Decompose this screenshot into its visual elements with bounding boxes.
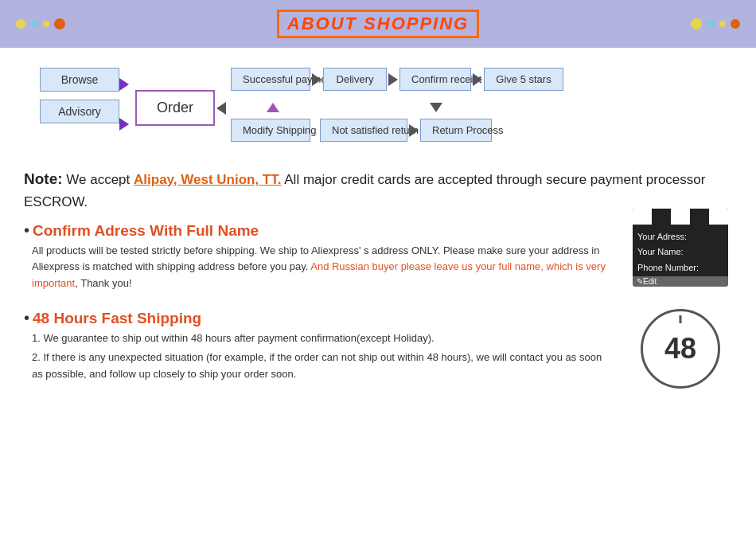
dot-yellow-1 <box>16 19 25 29</box>
content-section: • Confirm Adress With Full Name All prod… <box>0 217 756 389</box>
flow-modify-shipping-box: Modify Shipping <box>231 119 310 142</box>
clapperboard-image: Your Adress: Your Name: Phone Number: ✎E… <box>629 221 732 301</box>
section-confirm-address: • Confirm Adress With Full Name All prod… <box>24 221 732 301</box>
arrow-advisory-to-order <box>119 118 129 131</box>
clap-line-3: Phone Number: <box>637 260 723 276</box>
arrow-delivery-confirm <box>388 73 398 86</box>
clock-48-image: 48 <box>629 309 732 389</box>
header-dots-right <box>691 18 740 29</box>
dot-orange-1 <box>54 18 65 29</box>
page-header: ABOUT SHOPPING <box>0 0 756 48</box>
flow-delivery-box: Delivery <box>323 68 387 91</box>
clap-line-1: Your Adress: <box>637 229 723 245</box>
shipping-point-2: 2. If there is any unexpected situation … <box>32 350 613 383</box>
dot-yellow-2 <box>43 21 49 27</box>
dot-yellow-3 <box>691 18 702 29</box>
flow-confirm-receipt-box: Confirm receipt <box>399 68 471 91</box>
flow-give-stars-box: Give 5 stars <box>484 68 563 91</box>
clock-circle: 48 <box>641 309 720 389</box>
arrow-sp-delivery <box>312 73 321 86</box>
flow-order-box: Order <box>135 90 215 126</box>
arrow-confirm-give <box>473 73 482 86</box>
flow-return-process-box: Return Process <box>420 119 492 142</box>
clock-number: 48 <box>664 332 696 365</box>
flow-advisory-box: Advisory <box>40 100 119 123</box>
clap-stripe-5 <box>709 209 728 225</box>
flow-successful-payment-box: Successful payment <box>231 68 310 91</box>
clap-stripe-4 <box>690 209 709 225</box>
confirm-address-text: • Confirm Adress With Full Name All prod… <box>24 221 613 301</box>
arrow-browse-to-order <box>119 78 129 91</box>
note-label: Note: <box>24 170 63 187</box>
dot-yellow-4 <box>719 21 726 27</box>
arrow-down-delivery <box>430 103 442 112</box>
clap-stripe-1 <box>633 209 652 225</box>
dot-blue-1 <box>30 20 38 28</box>
dot-blue-2 <box>707 20 715 28</box>
clap-body: Your Adress: Your Name: Phone Number: ✎E… <box>633 225 728 287</box>
payment-methods: Alipay, West Union, TT. <box>134 172 281 187</box>
clap-text-lines: Your Adress: Your Name: Phone Number: <box>637 229 723 276</box>
shipping-title: 48 Hours Fast Shipping <box>33 310 201 327</box>
edit-bar: ✎Edit <box>633 276 728 287</box>
clap-top-bar <box>633 209 728 225</box>
arrow-up-sp <box>267 103 279 112</box>
shipping-point-1: 1. We guarantee to ship out within 48 ho… <box>32 330 613 347</box>
arrow-order-right <box>216 102 226 115</box>
section-48-hours: • 48 Hours Fast Shipping 1. We guarantee… <box>24 309 732 389</box>
confirm-address-title: Confirm Adress With Full Name <box>33 222 259 240</box>
page-title: ABOUT SHOPPING <box>277 10 479 38</box>
bullet-dot-1: • <box>24 221 29 240</box>
header-dots-left <box>16 18 65 29</box>
shipping-text: • 48 Hours Fast Shipping 1. We guarantee… <box>24 309 613 389</box>
clock-tick-mark <box>680 315 682 323</box>
arrow-ns-return <box>409 124 419 137</box>
shipping-body: 1. We guarantee to ship out within 48 ho… <box>24 330 613 383</box>
flow-browse-box: Browse <box>40 68 119 92</box>
note-text-before: We accept <box>66 172 134 187</box>
clap-line-2: Your Name: <box>637 244 723 260</box>
clap-stripe-2 <box>652 209 671 225</box>
bullet-dot-2: • <box>24 309 29 327</box>
confirm-address-body: All products will be tested strictly bef… <box>24 243 613 292</box>
flow-diagram-section: Browse Advisory Order Successful payment… <box>0 48 756 159</box>
clap-stripe-3 <box>671 209 690 225</box>
flow-not-satisfied-box: Not satisfied return <box>320 119 407 142</box>
dot-orange-2 <box>731 19 740 29</box>
confirm-body-3: , Thank you! <box>75 277 131 289</box>
